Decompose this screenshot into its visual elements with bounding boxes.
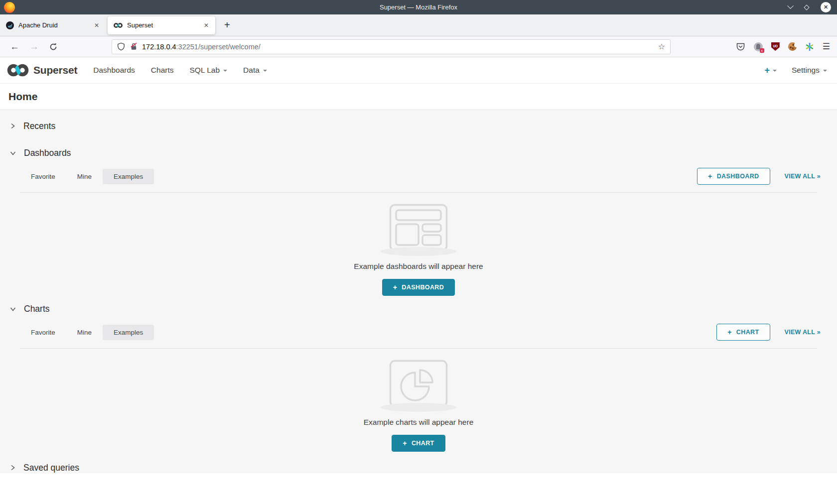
ublock-origin-icon[interactable]: UO: [771, 42, 780, 51]
brand-wordmark: Superset: [33, 64, 77, 76]
menu-hamburger-icon[interactable]: ☰: [823, 41, 830, 52]
section-label: Saved queries: [23, 463, 79, 473]
view-all-dashboards-link[interactable]: VIEW ALL »: [785, 173, 821, 180]
tab-close-icon[interactable]: ✕: [92, 21, 101, 30]
tab-title: Superset: [127, 21, 153, 29]
cookie-extension-icon[interactable]: [788, 42, 797, 51]
section-label: Dashboards: [24, 148, 71, 158]
forward-icon[interactable]: →: [26, 42, 42, 51]
empty-state-text: Example dashboards will appear here: [354, 262, 483, 271]
nav-item-data[interactable]: Data: [235, 66, 275, 75]
settings-menu[interactable]: Settings: [792, 66, 827, 75]
url-path: :32251/superset/welcome/: [176, 43, 261, 51]
divider: [20, 192, 817, 193]
window-maximize-icon[interactable]: [804, 4, 809, 10]
caret-down-icon: [773, 70, 777, 72]
address-bar[interactable]: 172.18.0.4:32251/superset/welcome/ ☆: [112, 39, 671, 54]
plus-icon: +: [708, 174, 712, 179]
window-title: Superset — Mozilla Firefox: [0, 3, 837, 11]
dashboards-empty-state: Example dashboards will appear here + DA…: [0, 204, 837, 296]
add-chart-button[interactable]: + CHART: [716, 324, 770, 341]
page-bottom-area: [0, 473, 837, 504]
nav-item-charts[interactable]: Charts: [143, 66, 182, 75]
nav-item-sql-lab[interactable]: SQL Lab: [182, 66, 236, 75]
dashboard-placeholder-icon: [389, 204, 448, 252]
browser-toolbar: ← → 172.18.0.4:32251/superset/welcome/ ☆…: [0, 36, 837, 57]
insecure-lock-icon[interactable]: [130, 42, 138, 51]
superset-brand[interactable]: Superset: [6, 63, 77, 77]
superset-navbar: Superset Dashboards Charts SQL Lab Data …: [0, 57, 837, 84]
chevron-down-icon: [9, 306, 16, 312]
tab-examples[interactable]: Examples: [103, 169, 154, 184]
tab-close-icon[interactable]: ✕: [202, 21, 211, 30]
caret-down-icon: [223, 70, 227, 72]
placeholder-shadow: [381, 247, 456, 256]
tab-mine[interactable]: Mine: [66, 169, 103, 184]
chart-placeholder-icon: [389, 360, 448, 407]
section-label: Charts: [24, 304, 50, 314]
browser-tab-apache-druid[interactable]: Apache Druid ✕: [0, 16, 106, 34]
section-saved-queries[interactable]: Saved queries: [0, 462, 837, 473]
section-dashboards[interactable]: Dashboards: [0, 147, 837, 159]
dashboards-panel-bar: Favorite Mine Examples + DASHBOARD VIEW …: [0, 168, 837, 185]
pocket-icon[interactable]: [736, 42, 745, 51]
add-dashboard-button[interactable]: + DASHBOARD: [697, 168, 770, 185]
section-charts[interactable]: Charts: [0, 303, 837, 315]
nav-item-dashboards[interactable]: Dashboards: [85, 66, 143, 75]
chevron-right-icon: [9, 123, 16, 129]
tab-examples[interactable]: Examples: [103, 325, 154, 340]
new-tab-button[interactable]: +: [221, 19, 233, 31]
tab-favorite[interactable]: Favorite: [20, 325, 66, 340]
create-dashboard-button[interactable]: + DASHBOARD: [382, 279, 455, 296]
browser-tab-strip: Apache Druid ✕ Superset ✕ +: [0, 14, 837, 36]
plus-icon: +: [403, 441, 407, 446]
plus-icon: +: [727, 330, 732, 335]
plus-icon: +: [393, 285, 398, 290]
extension-icon[interactable]: x: [754, 42, 763, 51]
charts-empty-state: Example charts will appear here + CHART: [0, 360, 837, 452]
section-label: Recents: [23, 121, 55, 131]
page-header: Home: [0, 84, 837, 110]
colorful-asterisk-extension-icon[interactable]: [805, 42, 814, 51]
placeholder-shadow: [381, 403, 456, 412]
caret-down-icon: [263, 70, 267, 72]
tab-mine[interactable]: Mine: [66, 325, 103, 340]
divider: [20, 348, 817, 349]
window-close-icon[interactable]: ✕: [821, 2, 831, 12]
empty-state-text: Example charts will appear here: [364, 418, 474, 427]
tab-favorite[interactable]: Favorite: [20, 169, 66, 184]
reload-icon[interactable]: [47, 43, 60, 51]
home-content: Recents Dashboards Favorite Mine Example…: [0, 110, 837, 473]
back-icon[interactable]: ←: [7, 42, 22, 51]
browser-tab-superset[interactable]: Superset ✕: [108, 16, 215, 34]
druid-favicon: [6, 21, 14, 29]
section-recents[interactable]: Recents: [0, 120, 837, 132]
url-host: 172.18.0.4: [142, 43, 176, 51]
add-new-menu[interactable]: +: [764, 65, 777, 76]
create-chart-button[interactable]: + CHART: [392, 435, 445, 452]
tab-title: Apache Druid: [18, 21, 58, 29]
chevron-right-icon: [9, 464, 16, 471]
shield-icon[interactable]: [117, 42, 125, 51]
plus-icon: +: [764, 65, 770, 76]
bookmark-star-icon[interactable]: ☆: [658, 42, 665, 51]
view-all-charts-link[interactable]: VIEW ALL »: [785, 329, 821, 336]
chevron-down-icon: [9, 150, 16, 156]
superset-favicon: [114, 22, 123, 28]
charts-panel-bar: Favorite Mine Examples + CHART VIEW ALL …: [0, 324, 837, 341]
page-title: Home: [8, 91, 37, 103]
firefox-logo-icon: [4, 2, 15, 13]
window-titlebar: Superset — Mozilla Firefox ✕: [0, 0, 837, 14]
extension-badge: x: [760, 48, 764, 53]
window-minimize-icon[interactable]: [787, 2, 794, 9]
superset-logo-icon: [6, 63, 29, 77]
caret-down-icon: [823, 70, 827, 72]
